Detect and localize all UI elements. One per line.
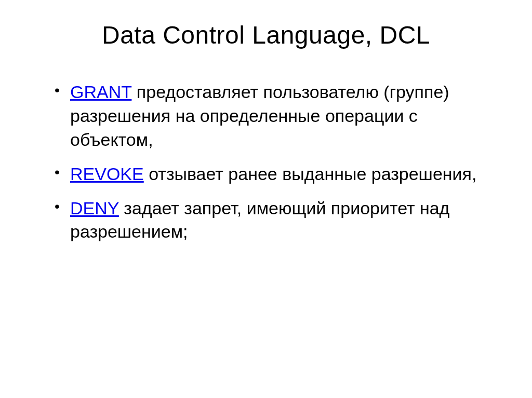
bullet-list: GRANT предоставляет пользователю (группе… bbox=[39, 80, 493, 244]
item-text: отзывает ранее выданные разрешения, bbox=[144, 164, 477, 184]
slide-container: Data Control Language, DCL GRANT предост… bbox=[0, 0, 532, 398]
list-item: GRANT предоставляет пользователю (группе… bbox=[55, 80, 493, 152]
list-item: REVOKE отзывает ранее выданные разрешени… bbox=[55, 162, 493, 186]
keyword-link[interactable]: REVOKE bbox=[70, 164, 144, 184]
keyword-link[interactable]: DENY bbox=[70, 198, 119, 218]
list-item: DENY задает запрет, имеющий приоритет на… bbox=[55, 197, 493, 244]
keyword-link[interactable]: GRANT bbox=[70, 82, 131, 102]
slide-title: Data Control Language, DCL bbox=[39, 21, 493, 49]
item-text: задает запрет, имеющий приоритет над раз… bbox=[70, 198, 449, 242]
